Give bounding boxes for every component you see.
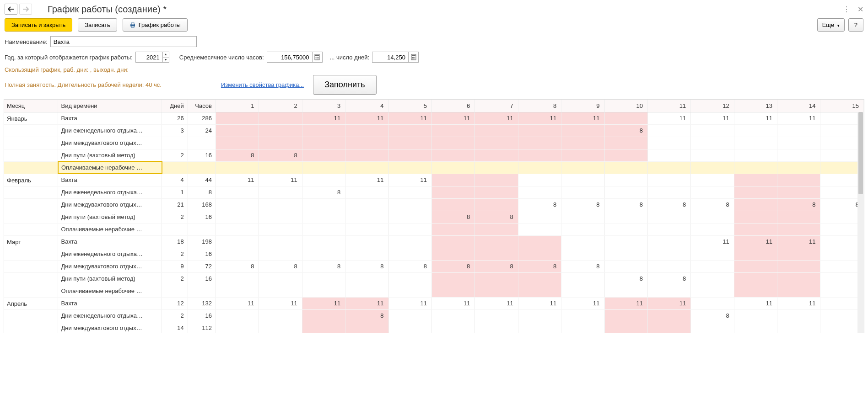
day-cell[interactable] (561, 161, 604, 174)
day-cell[interactable]: 8 (475, 211, 518, 223)
day-cell[interactable]: 11 (734, 235, 777, 248)
day-cell[interactable]: 11 (691, 235, 734, 248)
avg-hours-input[interactable] (267, 52, 313, 63)
day-cell[interactable] (691, 260, 734, 272)
day-cell[interactable] (777, 223, 820, 235)
day-cell[interactable] (777, 309, 820, 322)
day-cell[interactable]: 8 (647, 272, 690, 285)
day-cell[interactable] (518, 248, 561, 260)
day-cell[interactable]: 8 (561, 198, 604, 211)
day-cell[interactable]: 11 (475, 297, 518, 309)
table-row[interactable]: Дни пути (вахтовый метод)21688 (4, 211, 864, 223)
day-cell[interactable] (604, 186, 647, 198)
day-cell[interactable] (647, 161, 690, 174)
day-cell[interactable] (259, 198, 302, 211)
day-cell[interactable]: 11 (518, 112, 561, 124)
table-row[interactable]: Оплачиваемые нерабочие … (4, 285, 864, 297)
day-cell[interactable] (518, 223, 561, 235)
day-cell[interactable] (691, 272, 734, 285)
day-cell[interactable] (431, 186, 474, 198)
day-cell[interactable] (647, 285, 690, 297)
day-cell[interactable] (691, 124, 734, 137)
day-cell[interactable] (431, 223, 474, 235)
col-type-header[interactable]: Вид времени (58, 100, 162, 112)
day-cell[interactable] (691, 137, 734, 149)
day-cell[interactable]: 8 (302, 260, 345, 272)
day-cell[interactable] (345, 211, 388, 223)
day-cell[interactable]: 8 (345, 309, 388, 322)
day-cell[interactable] (518, 322, 561, 333)
day-cell[interactable] (604, 235, 647, 248)
day-cell[interactable]: 8 (518, 260, 561, 272)
day-cell[interactable] (431, 235, 474, 248)
day-cell[interactable] (475, 248, 518, 260)
col-day-header[interactable]: 8 (518, 100, 561, 112)
day-cell[interactable]: 11 (388, 112, 431, 124)
day-cell[interactable] (691, 161, 734, 174)
close-icon[interactable]: ✕ (857, 5, 863, 14)
day-cell[interactable] (647, 309, 690, 322)
day-cell[interactable] (388, 198, 431, 211)
day-cell[interactable] (431, 149, 474, 161)
calculator-icon[interactable] (313, 52, 323, 63)
day-cell[interactable] (561, 309, 604, 322)
day-cell[interactable]: 8 (302, 186, 345, 198)
day-cell[interactable] (475, 149, 518, 161)
day-cell[interactable] (475, 137, 518, 149)
day-cell[interactable] (734, 174, 777, 186)
day-cell[interactable] (302, 309, 345, 322)
col-day-header[interactable]: 15 (820, 100, 864, 112)
day-cell[interactable] (691, 248, 734, 260)
day-cell[interactable]: 11 (734, 297, 777, 309)
col-month-header[interactable]: Месяц (4, 100, 58, 112)
day-cell[interactable] (475, 186, 518, 198)
day-cell[interactable] (647, 149, 690, 161)
day-cell[interactable] (691, 285, 734, 297)
day-cell[interactable] (604, 174, 647, 186)
day-cell[interactable]: 11 (475, 112, 518, 124)
day-cell[interactable] (518, 211, 561, 223)
day-cell[interactable] (647, 137, 690, 149)
day-cell[interactable]: 8 (388, 260, 431, 272)
day-cell[interactable] (388, 161, 431, 174)
day-cell[interactable] (216, 309, 259, 322)
day-cell[interactable] (216, 161, 259, 174)
day-cell[interactable] (604, 285, 647, 297)
spin-down-icon[interactable]: ▼ (163, 58, 169, 63)
change-properties-link[interactable]: Изменить свойства графика... (221, 81, 304, 88)
day-cell[interactable] (259, 285, 302, 297)
day-cell[interactable] (734, 260, 777, 272)
table-row[interactable]: Дни еженедельного отдыха…3248 (4, 124, 864, 137)
day-cell[interactable] (431, 322, 474, 333)
day-cell[interactable] (259, 272, 302, 285)
more-button[interactable]: Еще ▾ (817, 18, 845, 32)
day-cell[interactable]: 11 (561, 297, 604, 309)
day-cell[interactable]: 11 (777, 297, 820, 309)
day-cell[interactable] (388, 223, 431, 235)
day-cell[interactable]: 11 (691, 112, 734, 124)
day-cell[interactable]: 11 (345, 112, 388, 124)
day-cell[interactable] (518, 137, 561, 149)
day-cell[interactable] (302, 137, 345, 149)
day-cell[interactable] (345, 137, 388, 149)
day-cell[interactable] (734, 186, 777, 198)
day-cell[interactable] (734, 137, 777, 149)
day-cell[interactable] (518, 235, 561, 248)
table-row[interactable]: Дни пути (вахтовый метод)21688 (4, 149, 864, 161)
day-cell[interactable] (604, 211, 647, 223)
day-cell[interactable] (518, 186, 561, 198)
day-cell[interactable] (518, 149, 561, 161)
day-cell[interactable] (518, 124, 561, 137)
day-cell[interactable]: 8 (431, 211, 474, 223)
day-cell[interactable]: 11 (604, 297, 647, 309)
day-cell[interactable] (647, 223, 690, 235)
day-cell[interactable] (561, 174, 604, 186)
calculator-icon-2[interactable] (409, 52, 419, 63)
fill-button[interactable]: Заполнить (313, 75, 376, 95)
day-cell[interactable]: 8 (647, 198, 690, 211)
col-day-header[interactable]: 1 (216, 100, 259, 112)
table-row[interactable]: Дни еженедельного отдыха…21688 (4, 309, 864, 322)
day-cell[interactable] (777, 124, 820, 137)
day-cell[interactable] (734, 223, 777, 235)
col-day-header[interactable]: 14 (777, 100, 820, 112)
